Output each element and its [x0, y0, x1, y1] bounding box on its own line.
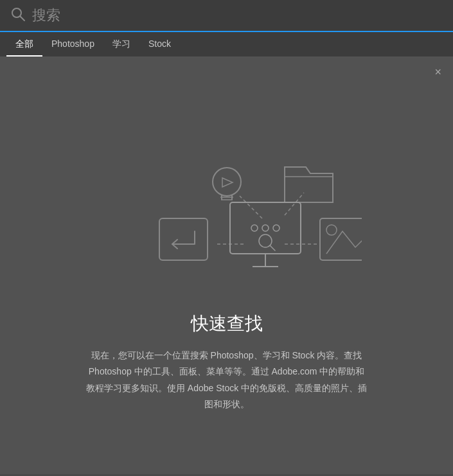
tabs-bar: 全部 Photoshop 学习 Stock: [0, 32, 453, 57]
svg-rect-12: [230, 202, 301, 254]
svg-marker-11: [222, 178, 233, 187]
quick-find-description: 现在，您可以在一个位置搜索 Photoshop、学习和 Stock 内容。查找 …: [73, 348, 381, 412]
search-icon: [10, 6, 26, 24]
tab-photoshop[interactable]: Photoshop: [42, 32, 103, 57]
svg-point-6: [213, 168, 241, 196]
search-bar: [0, 0, 453, 32]
svg-point-15: [251, 225, 258, 231]
svg-point-16: [262, 225, 269, 231]
svg-rect-20: [159, 218, 208, 260]
illustration: [92, 119, 362, 299]
close-button[interactable]: ×: [434, 66, 441, 78]
content-area: ×: [0, 57, 453, 474]
svg-line-19: [270, 245, 275, 251]
quick-find-title: 快速查找: [191, 312, 263, 336]
search-input[interactable]: [32, 7, 443, 24]
tab-all[interactable]: 全部: [6, 32, 42, 57]
svg-rect-21: [320, 218, 362, 260]
svg-line-1: [21, 17, 25, 21]
tab-learn[interactable]: 学习: [103, 32, 139, 57]
tab-stock[interactable]: Stock: [139, 32, 180, 57]
svg-point-22: [326, 225, 337, 235]
svg-line-4: [240, 196, 262, 218]
svg-point-17: [273, 225, 280, 231]
